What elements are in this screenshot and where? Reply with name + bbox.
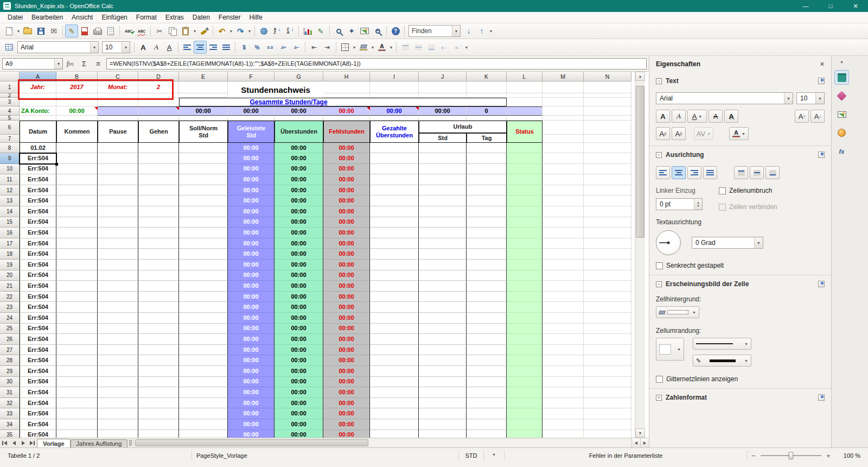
add-decimal-place-button[interactable]: .0+ (277, 41, 290, 54)
cell-A14[interactable]: Err:504 (20, 206, 56, 217)
sidebar-underline-button[interactable]: A▼ (687, 110, 707, 123)
sidebar-decrease-font-size-button[interactable]: A↓ (810, 110, 825, 123)
cell-B10[interactable] (56, 164, 98, 175)
cell-B12[interactable] (56, 185, 98, 196)
selection-mode-status[interactable]: STD (459, 450, 484, 461)
cell-N20[interactable] (584, 270, 631, 281)
cell-C16[interactable] (98, 228, 138, 238)
cell-J21[interactable] (419, 281, 467, 292)
cell-G22[interactable]: 00:00 (275, 292, 323, 302)
row-header-15[interactable]: 15 (0, 217, 20, 228)
sidebar-align-justify-button[interactable] (703, 166, 717, 179)
left-indent-spinner[interactable]: 0 pt ▲▼ (656, 198, 703, 210)
cell-D27[interactable] (138, 345, 179, 356)
cell-N30[interactable] (584, 377, 631, 388)
cell-J4[interactable]: 00:00 (419, 106, 467, 116)
cell-F24[interactable]: 00:00 (228, 313, 275, 324)
cell-K30[interactable] (467, 377, 507, 388)
cell-I14[interactable] (370, 206, 419, 217)
undo-button[interactable]: ↶ (215, 24, 228, 37)
expand-number-format-icon[interactable]: + (656, 395, 662, 401)
font-name-dropdown-icon[interactable]: ▼ (784, 93, 793, 104)
formula-input[interactable]: =WENN(ISTNV($A$8+ZEILE(TAGEIMMONAT(A8)-1… (106, 58, 647, 70)
cell-K23[interactable] (467, 302, 507, 313)
cell-D15[interactable] (138, 217, 179, 228)
cell-K11[interactable] (467, 174, 507, 185)
cell-H33[interactable]: 00:00 (323, 408, 370, 419)
sort-ascending-button[interactable]: AZ (270, 24, 283, 37)
cell-C8[interactable] (98, 143, 138, 153)
center-vertically-button[interactable] (412, 41, 425, 54)
zoom-in-icon[interactable]: + (825, 452, 832, 460)
cell-N6[interactable] (584, 121, 631, 135)
rotation-degrees-combo[interactable]: 0 Grad ▼ (692, 237, 763, 249)
cell-N15[interactable] (584, 217, 631, 228)
cell-J31[interactable] (419, 387, 467, 398)
cell-C31[interactable] (98, 387, 138, 398)
cell-background-color-button[interactable]: ▼ (656, 306, 699, 318)
cell-M3[interactable] (542, 98, 584, 106)
cell-B24[interactable] (56, 313, 98, 324)
cell-G35[interactable]: 00:00 (275, 430, 323, 438)
find-combo[interactable]: Finden▼ (409, 25, 461, 37)
decrease-indent-button[interactable]: ⇤ (308, 41, 321, 54)
cell-E16[interactable] (179, 228, 228, 238)
cell-M33[interactable] (542, 408, 584, 419)
cell-C15[interactable] (98, 217, 138, 228)
row-header-10[interactable]: 10 (0, 164, 20, 175)
italic-button[interactable]: A (150, 41, 163, 54)
cell-G20[interactable]: 00:00 (275, 270, 323, 281)
align-center-button[interactable] (194, 41, 207, 54)
cell-F8[interactable]: 00:00 (228, 143, 275, 153)
cell-B21[interactable] (56, 281, 98, 292)
cell-C21[interactable] (98, 281, 138, 292)
underline-button[interactable]: A (163, 41, 176, 54)
cell-C12[interactable] (98, 185, 138, 196)
cell-L11[interactable] (507, 174, 542, 185)
cell-E13[interactable] (179, 195, 228, 206)
cell-B33[interactable] (56, 408, 98, 419)
cell-N10[interactable] (584, 164, 631, 175)
cell-A26[interactable]: Err:504 (20, 334, 56, 345)
cell-B25[interactable] (56, 324, 98, 335)
sidebar-align-right-button[interactable] (687, 166, 701, 179)
row-header-23[interactable]: 23 (0, 302, 20, 313)
cell-F26[interactable]: 00:00 (228, 334, 275, 345)
cell-M7[interactable] (542, 135, 584, 143)
cell-H11[interactable]: 00:00 (323, 174, 370, 185)
find-previous-button[interactable]: ↑ (475, 24, 488, 37)
cell-M17[interactable] (542, 238, 584, 249)
cell-A12[interactable]: Err:504 (20, 185, 56, 196)
zoom-out-icon[interactable]: − (750, 452, 757, 460)
cell-B14[interactable] (56, 206, 98, 217)
cell-H25[interactable]: 00:00 (323, 324, 370, 335)
row-header-27[interactable]: 27 (0, 345, 20, 356)
column-header-H[interactable]: H (323, 72, 370, 81)
cell-D9[interactable] (138, 153, 179, 164)
cell-C5[interactable] (98, 116, 138, 121)
cell-M27[interactable] (542, 345, 584, 356)
cell-J29[interactable] (419, 366, 467, 377)
cell-N16[interactable] (584, 228, 631, 238)
cell-E19[interactable] (179, 260, 228, 270)
cell-M15[interactable] (542, 217, 584, 228)
cell-L8[interactable] (507, 143, 542, 153)
sort-descending-button[interactable]: ZA (283, 24, 296, 37)
cut-button[interactable]: ✂ (153, 24, 166, 37)
cell-L31[interactable] (507, 387, 542, 398)
cell-J23[interactable] (419, 302, 467, 313)
row-header-33[interactable]: 33 (0, 408, 20, 419)
cell-F4[interactable]: 00:00 (228, 106, 275, 116)
cell-D32[interactable] (138, 398, 179, 409)
row-header-6[interactable]: 6 (0, 121, 20, 135)
cell-K19[interactable] (467, 260, 507, 270)
cell-N12[interactable] (584, 185, 631, 196)
cell-N1[interactable] (584, 81, 631, 93)
bold-button[interactable]: A (137, 41, 150, 54)
navigator-button[interactable]: ✦ (345, 24, 358, 37)
cell-C24[interactable] (98, 313, 138, 324)
cell-H16[interactable]: 00:00 (323, 228, 370, 238)
row-header-2[interactable]: 2 (0, 93, 20, 98)
collapse-cell-appearance-icon[interactable]: − (656, 281, 662, 287)
font-color-button[interactable]: A (375, 41, 388, 54)
